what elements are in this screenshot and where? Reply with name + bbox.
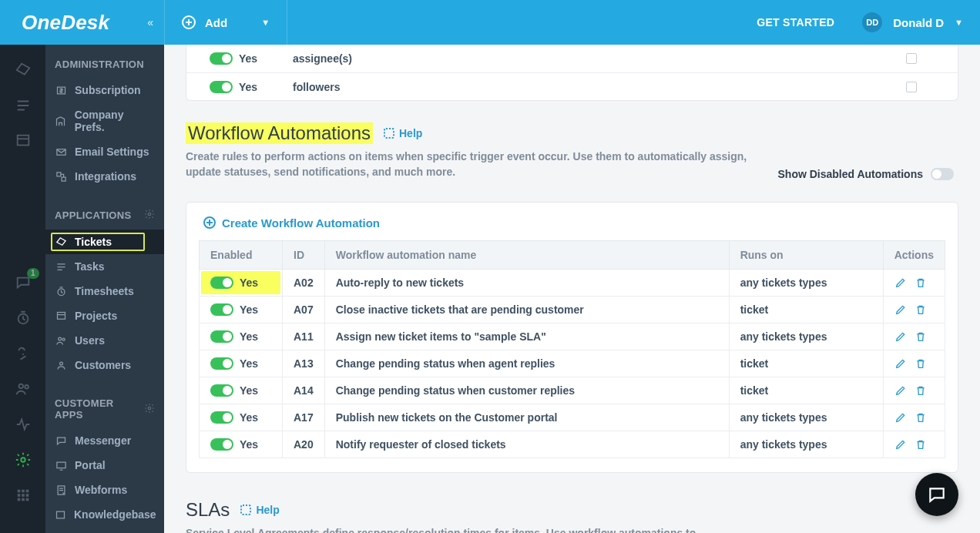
rail-apps-icon[interactable] <box>15 487 32 501</box>
sidebar-head-customer-apps: CUSTOMER APPS <box>45 384 164 428</box>
toggle[interactable] <box>210 438 233 451</box>
rail-activity-icon[interactable] <box>15 416 32 430</box>
toggle-off[interactable] <box>931 168 954 180</box>
svg-point-22 <box>62 338 65 340</box>
sidebar-item-projects[interactable]: Projects <box>45 303 164 328</box>
sidebar-panel: ADMINISTRATION Subscription Company Pref… <box>45 45 164 533</box>
previous-settings-card: Yes assignee(s) Yes followers <box>186 45 958 101</box>
svg-rect-11 <box>17 498 20 501</box>
sidebar-item-messenger[interactable]: Messenger <box>45 428 164 453</box>
edit-icon[interactable] <box>894 330 907 343</box>
help-link[interactable]: Help <box>240 504 279 516</box>
portal-icon <box>55 460 67 471</box>
rail-tasks-icon[interactable] <box>15 97 32 111</box>
user-menu[interactable]: DD Donald D ▼ <box>853 0 980 45</box>
gear-icon[interactable] <box>144 209 155 222</box>
chat-fab[interactable] <box>915 473 958 516</box>
delete-icon[interactable] <box>915 438 927 451</box>
toggle[interactable] <box>210 330 233 343</box>
cell-id: A02 <box>283 269 325 296</box>
svg-rect-5 <box>17 490 20 493</box>
toggle[interactable] <box>210 384 233 397</box>
edit-icon[interactable] <box>894 303 907 316</box>
wa-card: Create Workflow Automation Enabled ID Wo… <box>186 202 958 473</box>
col-runs: Runs on <box>729 240 883 269</box>
edit-icon[interactable] <box>894 357 907 370</box>
sidebar-item-email-settings[interactable]: Email Settings <box>45 139 164 164</box>
toggle[interactable] <box>210 52 233 65</box>
checkbox[interactable] <box>906 82 917 92</box>
col-actions: Actions <box>883 240 945 269</box>
sidebar-item-customers[interactable]: Customers <box>45 353 164 377</box>
sidebar-item-tickets[interactable]: Tickets <box>45 230 164 254</box>
delete-icon[interactable] <box>915 384 927 397</box>
svg-rect-20 <box>57 312 65 319</box>
edit-icon[interactable] <box>894 438 907 451</box>
sidebar-item-users[interactable]: Users <box>45 328 164 353</box>
toggle[interactable] <box>210 303 233 316</box>
cell-name: Close inactive tickets that are pending … <box>324 296 729 323</box>
delete-icon[interactable] <box>915 303 927 316</box>
customers-icon <box>55 360 67 371</box>
toggle[interactable] <box>210 357 233 370</box>
sidebar-item-company-prefs[interactable]: Company Prefs. <box>45 102 164 139</box>
rail-users-icon[interactable] <box>15 380 32 394</box>
create-workflow-link[interactable]: Create Workflow Automation <box>199 216 945 240</box>
get-started-button[interactable]: GET STARTED <box>738 0 853 45</box>
sidebar-item-tasks[interactable]: Tasks <box>45 254 164 279</box>
kb-icon <box>55 509 66 521</box>
delete-icon[interactable] <box>915 277 927 289</box>
sidebar-item-portal[interactable]: Portal <box>45 453 164 478</box>
sidebar-head-applications: APPLICATIONS <box>45 195 164 230</box>
col-name: Workflow automation name <box>324 240 729 269</box>
edit-icon[interactable] <box>894 384 907 397</box>
toggle[interactable] <box>210 411 233 424</box>
table-row: YesA11Assign new ticket items to "sample… <box>200 323 945 350</box>
svg-rect-16 <box>56 172 60 176</box>
checkbox[interactable] <box>906 53 917 64</box>
svg-rect-10 <box>25 494 29 497</box>
avatar: DD <box>862 12 882 32</box>
collapse-sidebar-icon[interactable]: « <box>147 16 153 28</box>
task-icon <box>55 261 67 273</box>
help-icon <box>240 505 251 515</box>
cell-runs: ticket <box>729 350 883 377</box>
add-button[interactable]: Add ▼ <box>164 0 287 45</box>
col-enabled: Enabled <box>200 240 283 269</box>
sidebar-item-knowledgebase[interactable]: Knowledgebase <box>45 502 164 527</box>
svg-point-2 <box>18 384 23 389</box>
table-row: YesA13Change pending status when agent r… <box>200 350 945 377</box>
svg-rect-9 <box>22 494 25 497</box>
ticket-icon <box>55 236 67 248</box>
cell-name: Publish new tickets on the Customer port… <box>324 404 729 431</box>
cell-runs: any tickets types <box>729 404 883 431</box>
delete-icon[interactable] <box>915 357 927 370</box>
rail-finance-icon[interactable] <box>15 345 32 359</box>
rail-projects-icon[interactable] <box>15 132 32 146</box>
cell-runs: any tickets types <box>729 269 883 296</box>
delete-icon[interactable] <box>915 330 927 343</box>
sidebar-item-subscription[interactable]: Subscription <box>45 78 164 102</box>
show-disabled-toggle[interactable]: Show Disabled Automations <box>778 168 955 180</box>
svg-rect-7 <box>25 490 29 493</box>
sidebar-item-webforms[interactable]: Webforms <box>45 478 164 502</box>
rail-settings-icon[interactable] <box>15 451 32 465</box>
help-link[interactable]: Help <box>384 127 422 139</box>
svg-rect-6 <box>22 490 25 493</box>
plus-circle-icon <box>203 216 216 229</box>
delete-icon[interactable] <box>915 411 927 424</box>
svg-point-24 <box>148 407 151 410</box>
sidebar-item-integrations[interactable]: Integrations <box>45 164 164 189</box>
edit-icon[interactable] <box>894 411 907 424</box>
rail-messenger-icon[interactable]: 1 <box>15 274 32 288</box>
timesheet-icon <box>55 286 67 297</box>
gear-icon[interactable] <box>144 403 155 416</box>
rail-tickets-icon[interactable] <box>15 62 32 75</box>
rail-clock-icon[interactable] <box>15 310 32 323</box>
edit-icon[interactable] <box>894 277 907 289</box>
toggle[interactable] <box>210 277 233 289</box>
toggle[interactable] <box>210 81 233 93</box>
messenger-icon <box>55 435 67 447</box>
sidebar-item-timesheets[interactable]: Timesheets <box>45 279 164 303</box>
table-row: YesA07Close inactive tickets that are pe… <box>200 296 945 323</box>
